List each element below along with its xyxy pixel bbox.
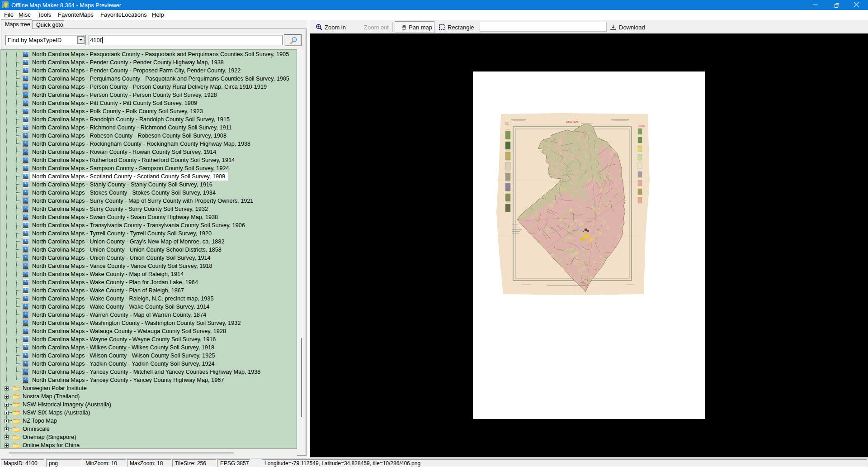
- svg-text:LEGEND: LEGEND: [638, 125, 645, 127]
- svg-text:MAP: MAP: [505, 124, 509, 126]
- svg-text:SOIL MAP: SOIL MAP: [566, 120, 579, 123]
